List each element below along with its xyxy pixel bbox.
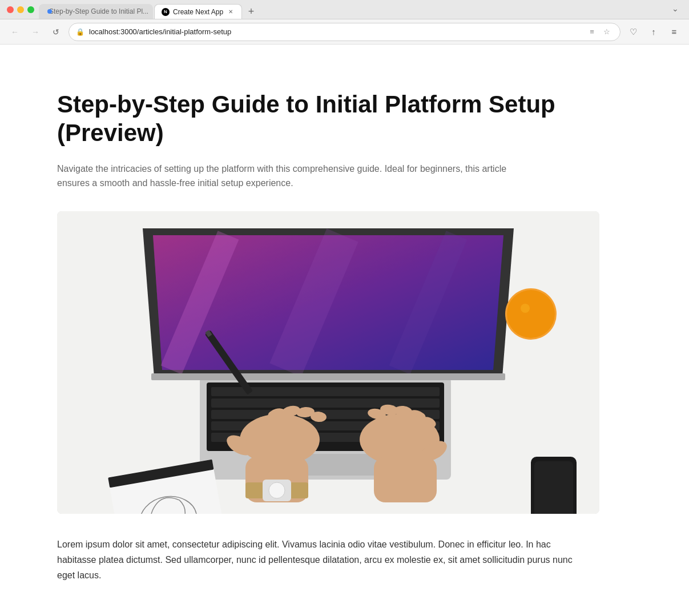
tabs-scroll-icon[interactable]: ⌄ — [668, 3, 682, 14]
heart-icon: ♡ — [630, 27, 637, 37]
browser-tab-1[interactable]: Step-by-Step Guide to Initial Pl... ✕ — [39, 4, 153, 19]
share-button[interactable]: ↑ — [646, 24, 662, 40]
reload-icon: ↺ — [53, 27, 59, 37]
forward-button[interactable]: → — [27, 24, 43, 40]
close-window-button[interactable] — [7, 6, 14, 13]
browser-window: Step-by-Step Guide to Initial Pl... ✕ N … — [0, 0, 689, 616]
tabs-right: ⌄ — [668, 3, 682, 17]
tab2-close-icon[interactable]: ✕ — [227, 8, 235, 16]
address-bar-actions: ≡ ☆ — [586, 26, 613, 38]
back-button[interactable]: ← — [7, 24, 23, 40]
page-content: Step-by-Step Guide to Initial Platform S… — [0, 45, 689, 616]
heart-button[interactable]: ♡ — [625, 24, 641, 40]
svg-point-36 — [507, 290, 555, 338]
bookmark-icon[interactable]: ☆ — [601, 26, 613, 38]
reader-mode-icon[interactable]: ≡ — [586, 26, 598, 38]
browser-tab-2[interactable]: N Create Next App ✕ — [154, 4, 242, 19]
maximize-window-button[interactable] — [27, 6, 34, 13]
menu-icon: ≡ — [672, 27, 677, 37]
browser-title-bar: Step-by-Step Guide to Initial Pl... ✕ N … — [0, 0, 689, 19]
svg-rect-31 — [374, 457, 437, 502]
article-body: Lorem ipsum dolor sit amet, consectetur … — [57, 537, 582, 583]
article-image — [57, 211, 599, 514]
security-icon: 🔒 — [76, 28, 84, 36]
share-icon: ↑ — [651, 27, 656, 37]
tab1-label: Step-by-Step Guide to Initial Pl... — [49, 7, 148, 15]
minimize-window-button[interactable] — [17, 6, 24, 13]
article-title: Step-by-Step Guide to Initial Platform S… — [57, 90, 571, 148]
forward-icon: → — [31, 27, 39, 37]
svg-rect-39 — [534, 461, 573, 514]
svg-point-37 — [521, 304, 530, 313]
svg-point-34 — [269, 482, 285, 498]
address-bar[interactable]: 🔒 localhost:3000/articles/initial-platfo… — [69, 23, 620, 41]
article-image-svg — [57, 211, 599, 514]
article-description: Navigate the intricacies of setting up t… — [57, 162, 514, 191]
url-text: localhost:3000/articles/initial-platform… — [89, 27, 581, 36]
window-controls — [7, 6, 34, 13]
tabs-area: Step-by-Step Guide to Initial Pl... ✕ N … — [39, 0, 664, 19]
reload-button[interactable]: ↺ — [48, 24, 64, 40]
back-icon: ← — [11, 27, 19, 37]
menu-button[interactable]: ≡ — [666, 24, 682, 40]
navbar-right: ♡ ↑ ≡ — [625, 24, 682, 40]
new-tab-button[interactable]: + — [243, 4, 259, 19]
browser-navbar: ← → ↺ 🔒 localhost:3000/articles/initial-… — [0, 19, 689, 45]
svg-rect-15 — [151, 373, 505, 380]
tab1-close-icon[interactable]: ✕ — [152, 7, 153, 15]
tab2-favicon-icon: N — [162, 8, 170, 16]
tab2-label: Create Next App — [173, 8, 223, 16]
